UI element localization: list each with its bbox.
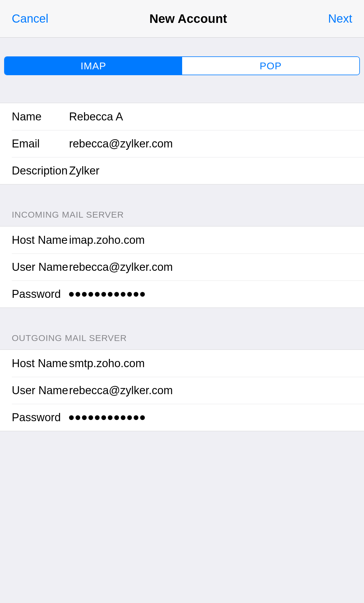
outgoing-user-field[interactable]: rebecca@zylker.com <box>69 384 352 397</box>
description-field[interactable]: Zylker <box>69 164 352 177</box>
incoming-host-field[interactable]: imap.zoho.com <box>69 234 352 246</box>
incoming-user-row: User Name rebecca@zylker.com <box>12 253 364 280</box>
outgoing-password-field[interactable] <box>69 415 352 420</box>
outgoing-user-label: User Name <box>12 384 69 397</box>
next-button[interactable]: Next <box>328 12 352 25</box>
outgoing-password-label: Password <box>12 411 69 424</box>
name-label: Name <box>12 110 69 123</box>
incoming-host-row: Host Name imap.zoho.com <box>0 226 364 253</box>
incoming-password-field[interactable] <box>69 292 352 297</box>
outgoing-section: Host Name smtp.zoho.com User Name rebecc… <box>0 350 364 431</box>
page-title: New Account <box>149 12 227 26</box>
incoming-user-label: User Name <box>12 261 69 273</box>
account-section: Name Rebecca A Email rebecca@zylker.com … <box>0 103 364 184</box>
bottom-spacer <box>0 431 364 603</box>
name-row: Name Rebecca A <box>0 103 364 130</box>
incoming-section-header: INCOMING MAIL SERVER <box>0 184 364 226</box>
password-dots <box>69 292 352 297</box>
section-spacer <box>0 83 364 103</box>
outgoing-password-row: Password <box>12 404 364 431</box>
incoming-section: Host Name imap.zoho.com User Name rebecc… <box>0 226 364 308</box>
protocol-segmented-control: IMAP POP <box>4 56 360 75</box>
incoming-password-row: Password <box>12 280 364 308</box>
description-label: Description <box>12 164 69 177</box>
outgoing-host-field[interactable]: smtp.zoho.com <box>69 357 352 370</box>
email-field[interactable]: rebecca@zylker.com <box>69 137 352 150</box>
tab-pop[interactable]: POP <box>182 57 360 75</box>
password-dots <box>69 415 352 420</box>
incoming-password-label: Password <box>12 288 69 300</box>
outgoing-user-row: User Name rebecca@zylker.com <box>12 377 364 404</box>
segmented-wrapper: IMAP POP <box>0 38 364 83</box>
email-row: Email rebecca@zylker.com <box>12 130 364 157</box>
incoming-host-label: Host Name <box>12 234 69 246</box>
header-bar: Cancel New Account Next <box>0 0 364 38</box>
cancel-button[interactable]: Cancel <box>12 12 48 25</box>
description-row: Description Zylker <box>12 157 364 184</box>
email-label: Email <box>12 137 69 150</box>
outgoing-section-header: OUTGOING MAIL SERVER <box>0 308 364 350</box>
tab-imap[interactable]: IMAP <box>5 57 182 75</box>
name-field[interactable]: Rebecca A <box>69 110 352 123</box>
outgoing-host-row: Host Name smtp.zoho.com <box>0 350 364 377</box>
outgoing-host-label: Host Name <box>12 357 69 370</box>
incoming-user-field[interactable]: rebecca@zylker.com <box>69 261 352 273</box>
